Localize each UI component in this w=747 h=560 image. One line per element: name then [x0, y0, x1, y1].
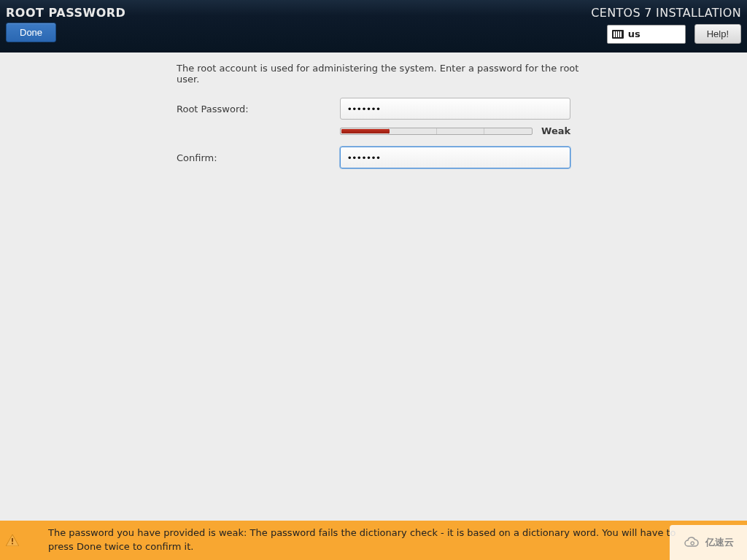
root-password-input[interactable]: [340, 98, 570, 120]
confirm-password-input[interactable]: [340, 147, 570, 168]
watermark-text: 亿速云: [705, 536, 734, 549]
password-strength-meter: [340, 128, 533, 135]
done-button[interactable]: Done: [6, 23, 56, 42]
svg-rect-1: [12, 538, 13, 542]
help-button[interactable]: Help!: [694, 24, 741, 44]
warning-message: The password you have provided is weak: …: [48, 526, 690, 554]
svg-rect-2: [12, 543, 13, 545]
cloud-icon: [684, 536, 703, 549]
watermark-logo: 亿速云: [670, 525, 747, 560]
instruction-text: The root account is used for administeri…: [177, 63, 585, 85]
warning-icon: [6, 534, 19, 546]
header-bar: ROOT PASSWORD Done CENTOS 7 INSTALLATION…: [0, 0, 747, 52]
page-title: ROOT PASSWORD: [6, 3, 125, 20]
keyboard-icon: [612, 30, 624, 39]
keyboard-layout-label: us: [628, 28, 640, 39]
content-area: The root account is used for administeri…: [0, 52, 747, 521]
confirm-password-label: Confirm:: [177, 152, 340, 163]
installation-title: CENTOS 7 INSTALLATION: [591, 3, 741, 20]
warning-bar: The password you have provided is weak: …: [0, 521, 747, 560]
root-password-label: Root Password:: [177, 104, 340, 114]
keyboard-layout-selector[interactable]: us: [607, 25, 686, 44]
password-strength-label: Weak: [541, 125, 570, 136]
